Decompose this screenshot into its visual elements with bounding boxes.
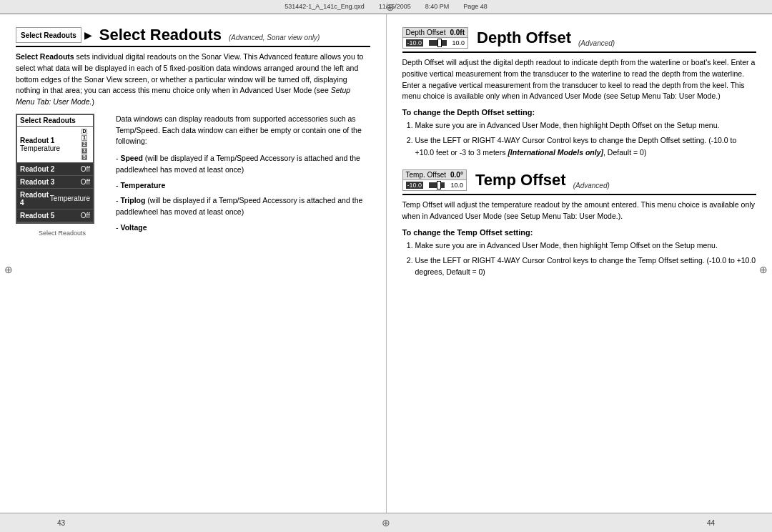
readout4-value: Temperature [50,194,90,202]
readout3-label: Readout 3 [20,178,54,186]
temp-slider-bottom: -10.0 10.0 [403,180,466,190]
ind-1: 1 [81,135,87,141]
select-readouts-label-box: Select Readouts [16,27,81,43]
depth-value: 0.0ft [450,29,465,36]
page-container: 531442-1_A_141c_Eng.qxd 11/15/2005 8:40 … [0,0,772,532]
menu-column: Select Readouts Readout 1 Temperature D … [16,114,109,240]
ind-5: 5 [81,154,87,160]
bullets-list: - Speed (will be displayed if a Temp/Spe… [116,153,370,234]
temp-offset-title: Temp Offset [475,169,566,191]
depth-slider-area: Depth Offset 0.0ft -10.0 10.0 [402,27,469,49]
temp-step-1: Make sure you are in Advanced User Mode,… [415,240,757,252]
depth-slider-bottom: -10.0 10.0 [403,38,468,48]
menu-caption: Select Readouts [16,230,109,237]
menu-indicator: D 1 2 3 5 [81,129,87,160]
depth-slider-thumb[interactable] [437,39,442,47]
page-label: Page 48 [463,3,488,10]
temp-step-2: Use the LEFT or RIGHT 4-WAY Cursor Contr… [415,255,757,279]
temp-offset-subtitle: (Advanced) [573,182,610,191]
temp-change-heading: To change the Temp Offset setting: [402,228,757,237]
readout1-value: Temperature [20,144,60,152]
menu-item-readout4[interactable]: Readout 4 Temperature [17,189,93,210]
readout5-value: Off [81,212,90,220]
menu-title: Select Readouts [17,115,93,127]
depth-steps-list: Make sure you are in Advanced User Mode,… [402,119,757,158]
temp-steps-list: Make sure you are in Advanced User Mode,… [402,240,757,278]
crosshair-top: ⊕ [386,1,395,13]
depth-label: Depth Offset [406,29,446,36]
two-col-area: Select Readouts Readout 1 Temperature D … [16,114,370,240]
depth-offset-section: Depth Offset 0.0ft -10.0 10.0 Depth Offs… [402,27,757,158]
ind-3: 3 [81,148,87,154]
time: 8:40 PM [425,3,450,10]
depth-slider-track[interactable] [429,40,446,46]
left-section-header: Select Readouts ▶ Select Readouts (Advan… [16,27,370,47]
right-page-number: 44 [707,519,715,527]
depth-step-2: Use the LEFT or RIGHT 4-WAY Cursor Contr… [415,134,757,159]
pages-wrapper: ⊕ Select Readouts ▶ Select Readouts (Adv… [0,14,772,513]
text-column: Data windows can display readouts from s… [116,114,370,240]
crosshair-left: ⊕ [4,264,13,275]
depth-intl-note: [International Models only] [508,148,603,157]
left-section-title: Select Readouts [99,27,222,43]
temp-offset-section: Temp. Offset 0.0° -10.0 10.0 Temp Offset [402,169,757,278]
left-page-number: 43 [57,519,65,527]
arrow-indicator: ▶ [84,27,92,43]
menu-item-readout2[interactable]: Readout 2 Off [17,163,93,176]
depth-slider-max: 10.0 [452,39,465,46]
right-page: ⊕ Depth Offset 0.0ft -10.0 [387,14,773,513]
menu-item-readout1[interactable]: Readout 1 Temperature D 1 2 3 5 [17,127,93,163]
temp-slider-area: Temp. Offset 0.0° -10.0 10.0 [402,169,467,191]
file-info: 531442-1_A_141c_Eng.qxd [284,3,365,10]
crosshair-bottom: ⊕ [382,517,390,528]
left-section-subtitle: (Advanced, Sonar view only) [229,34,320,43]
ind-2: 2 [81,142,87,147]
depth-change-heading: To change the Depth Offset setting: [402,108,757,117]
readout1-label: Readout 1 [20,137,60,144]
crosshair-right: ⊕ [759,264,768,275]
depth-body-text: Depth Offset will adjust the digital dep… [402,57,757,102]
temp-slider-max: 10.0 [450,182,463,189]
left-page: ⊕ Select Readouts ▶ Select Readouts (Adv… [0,14,387,513]
depth-slider-min: -10.0 [406,39,424,46]
temp-slider-min: -10.0 [406,182,424,189]
temp-header: Temp. Offset 0.0° -10.0 10.0 Temp Offset [402,169,757,195]
bottom-bar: 43 ⊕ 44 [0,513,772,532]
temp-value: 0.0° [450,171,463,179]
depth-header: Depth Offset 0.0ft -10.0 10.0 Depth Offs… [402,27,757,53]
readout2-value: Off [81,165,90,173]
menu-item-readout5[interactable]: Readout 5 Off [17,210,93,222]
readout3-value: Off [81,178,90,186]
temp-slider-thumb[interactable] [437,181,441,189]
depth-offset-title: Depth Offset [477,27,571,49]
depth-offset-subtitle: (Advanced) [578,39,615,49]
temp-slider-track[interactable] [429,182,445,188]
date: 11/15/2005 [379,3,411,10]
menu-item-readout3[interactable]: Readout 3 Off [17,176,93,189]
temp-label: Temp. Offset [406,171,447,179]
depth-step-1: Make sure you are in Advanced User Mode,… [415,119,757,132]
readout4-label: Readout 4 [20,191,50,207]
col-body-text: Data windows can display readouts from s… [116,114,370,147]
top-bar: 531442-1_A_141c_Eng.qxd 11/15/2005 8:40 … [0,0,772,14]
readout5-label: Readout 5 [20,212,54,220]
depth-slider-top: Depth Offset 0.0ft [403,28,468,38]
readout2-label: Readout 2 [20,165,54,173]
ind-d: D [81,129,87,134]
temp-body-text: Temp Offset will adjust the temperature … [402,200,757,222]
left-body-text-1: Select Readouts sets individual digital … [16,51,370,108]
temp-slider-top: Temp. Offset 0.0° [403,170,466,180]
select-readouts-menu: Select Readouts Readout 1 Temperature D … [16,114,94,224]
